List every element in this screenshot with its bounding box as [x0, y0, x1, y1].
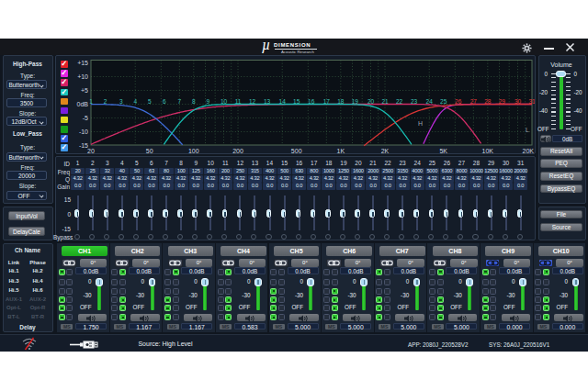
svg-text:500: 500 [291, 148, 302, 154]
svg-text:22: 22 [396, 97, 403, 104]
svg-text:13: 13 [264, 97, 271, 104]
svg-text:1: 1 [89, 97, 93, 104]
svg-text:11: 11 [235, 97, 242, 104]
svg-text:12: 12 [249, 97, 256, 104]
svg-text:17: 17 [323, 97, 331, 104]
svg-text:25: 25 [440, 97, 447, 104]
svg-text:7: 7 [177, 97, 181, 104]
svg-text:50: 50 [146, 148, 153, 154]
svg-text:4: 4 [133, 97, 137, 104]
svg-text:5: 5 [148, 97, 152, 104]
svg-text:18: 18 [337, 97, 345, 104]
svg-text:2K: 2K [381, 148, 390, 154]
svg-text:-5: -5 [83, 114, 88, 120]
svg-text:200: 200 [232, 148, 243, 154]
svg-text:23: 23 [411, 97, 418, 104]
svg-text:10: 10 [220, 97, 228, 104]
svg-text:15: 15 [293, 97, 300, 104]
svg-text:L: L [526, 126, 529, 132]
svg-text:14: 14 [279, 97, 287, 104]
svg-text:-15: -15 [79, 141, 88, 148]
svg-text:19: 19 [352, 97, 359, 104]
svg-text:16: 16 [308, 97, 315, 104]
svg-text:30: 30 [514, 97, 522, 104]
svg-text:3: 3 [119, 97, 123, 104]
svg-text:5K: 5K [439, 148, 447, 154]
svg-text:24: 24 [426, 97, 434, 104]
svg-text:0dB: 0dB [77, 100, 89, 106]
svg-text:20: 20 [368, 97, 375, 104]
svg-text:26: 26 [455, 97, 462, 104]
svg-text:H: H [418, 119, 423, 126]
svg-text:+10: +10 [77, 73, 88, 79]
svg-text:9: 9 [206, 97, 209, 104]
svg-text:+15: +15 [77, 59, 88, 65]
svg-text:20: 20 [87, 148, 95, 154]
svg-text:31: 31 [528, 97, 535, 104]
svg-text:-10: -10 [79, 128, 88, 134]
svg-text:27: 27 [470, 97, 478, 104]
svg-text:6: 6 [163, 97, 166, 104]
svg-text:1K: 1K [337, 148, 345, 154]
svg-text:+5: +5 [81, 86, 88, 93]
svg-text:28: 28 [484, 97, 492, 104]
svg-text:29: 29 [499, 97, 506, 104]
svg-text:10K: 10K [482, 148, 494, 154]
svg-text:2: 2 [104, 97, 107, 104]
svg-text:100: 100 [188, 148, 199, 154]
svg-text:20K: 20K [523, 148, 535, 154]
svg-text:21: 21 [381, 97, 389, 104]
svg-text:8: 8 [192, 97, 196, 104]
